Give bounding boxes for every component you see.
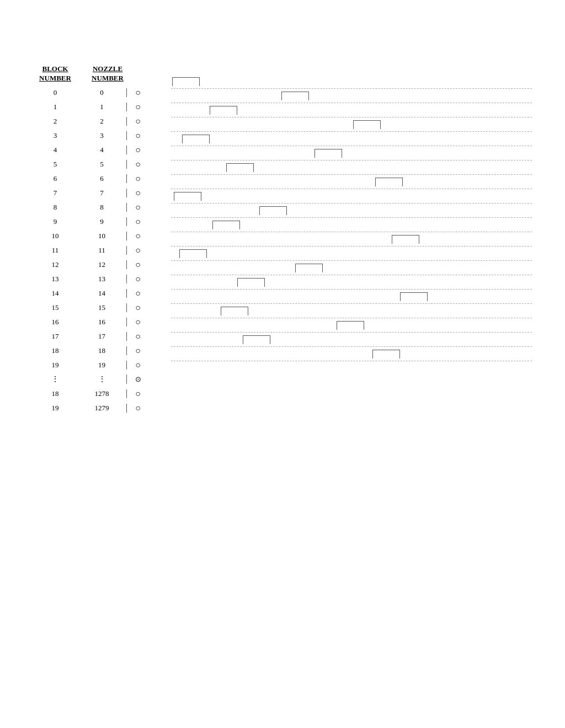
nozzle-number-header: NOZZLENUMBER xyxy=(77,65,138,83)
table-row: 10 10 ○ xyxy=(33,229,166,243)
cell-block: 5 xyxy=(33,160,77,169)
waveform-row xyxy=(171,318,532,333)
dots-block: ⋮ xyxy=(33,374,77,384)
waveform-row xyxy=(171,89,532,103)
nozzle-circle: ○ xyxy=(130,389,146,399)
nozzle-circle: ○ xyxy=(130,217,146,227)
dots-row: ⋮ ⋮ ⊙ xyxy=(33,372,166,387)
cell-nozzle: 4 xyxy=(77,146,127,154)
waveform-row xyxy=(171,160,532,175)
table-section: BLOCKNUMBER NOZZLENUMBER 0 0 ○ 1 1 ○ 2 2… xyxy=(33,65,166,415)
cell-nozzle: 2 xyxy=(77,117,127,126)
pulse-shape xyxy=(295,264,323,272)
nozzle-circle: ○ xyxy=(130,188,146,198)
pulse-shape xyxy=(237,278,265,287)
cell-block: 13 xyxy=(33,275,77,283)
table-headers: BLOCKNUMBER NOZZLENUMBER xyxy=(33,65,166,83)
pulse-shape xyxy=(375,178,403,186)
nozzle-circle: ○ xyxy=(130,260,146,270)
pulse-shape xyxy=(179,249,207,258)
pulse-shape xyxy=(226,163,254,172)
page-header xyxy=(0,0,565,31)
cell-nozzle: 16 xyxy=(77,318,127,326)
table-row: 5 5 ○ xyxy=(33,157,166,172)
pulse-shape xyxy=(353,120,381,129)
cell-block: 8 xyxy=(33,203,77,212)
cell-block: 3 xyxy=(33,131,77,140)
cell-nozzle: 15 xyxy=(77,303,127,312)
cell-block: 1 xyxy=(33,103,77,111)
pulse-shape xyxy=(400,292,428,301)
waveform-row xyxy=(171,347,532,361)
nozzle-circle: ○ xyxy=(130,403,146,413)
cell-block: 18 xyxy=(33,389,77,398)
cell-nozzle: 1278 xyxy=(77,389,127,398)
waveform-row xyxy=(171,117,532,132)
waveform-diagram xyxy=(171,74,532,361)
nozzle-circle: ○ xyxy=(130,360,146,370)
block-number-header: BLOCKNUMBER xyxy=(33,65,77,83)
table-row: 11 11 ○ xyxy=(33,243,166,258)
main-content: BLOCKNUMBER NOZZLENUMBER 0 0 ○ 1 1 ○ 2 2… xyxy=(33,65,532,415)
cell-nozzle: 1279 xyxy=(77,404,127,413)
pulse-shape xyxy=(372,350,400,358)
waveform-row xyxy=(171,218,532,232)
waveform-row xyxy=(171,146,532,160)
table-row: 0 0 ○ xyxy=(33,85,166,100)
table-row-bottom: 18 1278 ○ xyxy=(33,387,166,401)
cell-nozzle: 8 xyxy=(77,203,127,212)
pulse-shape xyxy=(210,106,237,115)
cell-block: 10 xyxy=(33,232,77,240)
waveform-row xyxy=(171,103,532,117)
waveform-row xyxy=(171,175,532,189)
table-rows: 0 0 ○ 1 1 ○ 2 2 ○ 3 3 ○ 4 4 ○ 5 5 ○ 6 6 … xyxy=(33,85,166,415)
table-row: 1 1 ○ xyxy=(33,100,166,114)
nozzle-circle: ○ xyxy=(130,245,146,255)
table-row: 4 4 ○ xyxy=(33,143,166,157)
cell-nozzle: 6 xyxy=(77,174,127,183)
nozzle-circle: ○ xyxy=(130,274,146,284)
table-row: 16 16 ○ xyxy=(33,315,166,329)
cell-block: 7 xyxy=(33,189,77,197)
nozzle-circle: ○ xyxy=(130,231,146,241)
cell-block: 4 xyxy=(33,146,77,154)
table-row: 14 14 ○ xyxy=(33,286,166,301)
pulse-shape xyxy=(174,192,201,201)
nozzle-circle: ○ xyxy=(130,346,146,356)
pulse-shape xyxy=(259,206,287,215)
cell-block: 17 xyxy=(33,332,77,341)
cell-nozzle: 0 xyxy=(77,88,127,97)
nozzle-circle: ○ xyxy=(130,303,146,313)
table-row: 7 7 ○ xyxy=(33,186,166,200)
pulse-shape xyxy=(172,77,200,86)
nozzle-circle: ○ xyxy=(130,159,146,169)
pulse-shape xyxy=(337,321,364,330)
cell-block: 12 xyxy=(33,260,77,269)
cell-nozzle: 14 xyxy=(77,289,127,298)
cell-nozzle: 3 xyxy=(77,131,127,140)
cell-nozzle: 10 xyxy=(77,232,127,240)
nozzle-circle: ○ xyxy=(130,174,146,184)
dots-circle: ⊙ xyxy=(130,375,146,384)
cell-nozzle: 1 xyxy=(77,103,127,111)
cell-nozzle: 13 xyxy=(77,275,127,283)
cell-block: 9 xyxy=(33,217,77,226)
table-row: 3 3 ○ xyxy=(33,129,166,143)
cell-nozzle: 5 xyxy=(77,160,127,169)
nozzle-circle: ○ xyxy=(130,102,146,112)
pulse-shape xyxy=(315,149,342,158)
cell-block: 2 xyxy=(33,117,77,126)
cell-block: 14 xyxy=(33,289,77,298)
nozzle-circle: ○ xyxy=(130,131,146,141)
table-row: 2 2 ○ xyxy=(33,114,166,129)
cell-nozzle: 17 xyxy=(77,332,127,341)
nozzle-circle: ○ xyxy=(130,116,146,126)
pulse-shape xyxy=(392,235,419,244)
waveform-row xyxy=(171,204,532,218)
diagram-section xyxy=(171,65,532,415)
nozzle-circle: ○ xyxy=(130,145,146,155)
cell-block: 11 xyxy=(33,246,77,255)
cell-block: 19 xyxy=(33,361,77,370)
cell-nozzle: 18 xyxy=(77,346,127,355)
pulse-shape xyxy=(212,221,240,229)
